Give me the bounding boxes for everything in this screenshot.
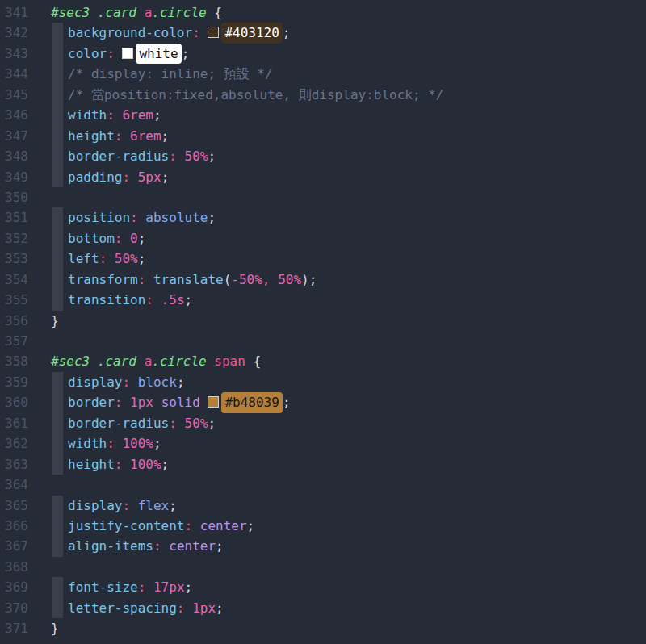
line-number[interactable]: 343 — [0, 44, 28, 64]
code-content[interactable] — [51, 331, 646, 351]
code-content[interactable]: width: 100%; — [51, 433, 646, 454]
code-content[interactable]: align-items: center; — [51, 536, 646, 556]
line-number[interactable]: 351 — [0, 207, 28, 228]
line-number[interactable]: 353 — [0, 249, 28, 269]
code-line[interactable]: 364 — [0, 475, 646, 495]
code-content[interactable]: height: 6rem; — [51, 126, 646, 146]
code-line[interactable]: 362width: 100%; — [0, 433, 646, 454]
line-number[interactable]: 364 — [0, 475, 28, 495]
code-line[interactable]: 350 — [0, 187, 646, 207]
code-line[interactable]: 352bottom: 0; — [0, 228, 646, 249]
code-content[interactable]: width: 6rem; — [51, 105, 646, 125]
line-number[interactable]: 358 — [0, 351, 28, 371]
code-line[interactable]: 365display: flex; — [0, 496, 646, 516]
code-content[interactable]: #sec3 .card a.circle { — [51, 2, 646, 23]
code-line[interactable]: 346width: 6rem; — [0, 105, 646, 125]
code-line[interactable]: 363height: 100%; — [0, 454, 646, 475]
code-content[interactable]: transition: .5s; — [51, 290, 646, 310]
code-line[interactable]: 357 — [0, 331, 646, 351]
line-number[interactable]: 368 — [0, 557, 28, 577]
line-number[interactable]: 344 — [0, 64, 28, 84]
code-line[interactable]: 361border-radius: 50%; — [0, 413, 646, 433]
code-line[interactable]: 351position: absolute; — [0, 207, 646, 228]
code-line[interactable]: 354transform: translate(-50%, 50%); — [0, 270, 646, 290]
code-content[interactable]: border: 1px solid #b48039; — [51, 392, 646, 412]
line-number[interactable]: 365 — [0, 496, 28, 516]
code-line[interactable]: 344/* display: inline; 預設 */ — [0, 64, 646, 84]
code-line[interactable]: 341#sec3 .card a.circle { — [0, 2, 646, 23]
code-content[interactable]: color: white; — [51, 44, 646, 64]
line-number[interactable]: 352 — [0, 228, 28, 249]
color-swatch[interactable] — [122, 48, 133, 59]
line-number[interactable]: 371 — [0, 618, 28, 638]
code-content[interactable]: display: block; — [51, 372, 646, 392]
code-content[interactable]: border-radius: 50%; — [51, 146, 646, 166]
code-content[interactable]: display: flex; — [51, 496, 646, 516]
line-number[interactable]: 345 — [0, 85, 28, 105]
code-content[interactable]: #sec3 .card a.circle span { — [51, 351, 646, 371]
code-line[interactable]: 360border: 1px solid #b48039; — [0, 392, 646, 412]
line-number[interactable]: 349 — [0, 167, 28, 187]
code-content[interactable]: left: 50%; — [51, 249, 646, 269]
code-content[interactable] — [51, 557, 646, 577]
code-content[interactable]: } — [51, 311, 646, 331]
code-content[interactable]: letter-spacing: 1px; — [51, 598, 646, 618]
code-content[interactable]: padding: 5px; — [51, 167, 646, 187]
code-line[interactable]: 343color: white; — [0, 44, 646, 64]
code-line[interactable]: 356} — [0, 311, 646, 331]
color-swatch[interactable] — [208, 27, 219, 38]
color-swatch[interactable] — [208, 396, 219, 408]
code-content[interactable]: } — [51, 618, 646, 638]
code-line[interactable]: 355transition: .5s; — [0, 290, 646, 310]
code-content[interactable]: font-size: 17px; — [51, 577, 646, 597]
code-content[interactable]: /* display: inline; 預設 */ — [51, 64, 646, 84]
code-content[interactable]: position: absolute; — [51, 207, 646, 228]
code-line[interactable]: 366justify-content: center; — [0, 516, 646, 536]
code-line[interactable]: 371} — [0, 618, 646, 638]
line-number[interactable]: 355 — [0, 290, 28, 310]
code-token: 50% — [185, 148, 208, 164]
code-content[interactable]: /* 當position:fixed,absolute, 則display:bl… — [51, 85, 646, 105]
line-number[interactable]: 369 — [0, 577, 28, 597]
code-content[interactable] — [51, 475, 646, 495]
line-number[interactable]: 347 — [0, 126, 28, 146]
line-number[interactable]: 367 — [0, 536, 28, 556]
code-line[interactable]: 358#sec3 .card a.circle span { — [0, 351, 646, 371]
code-line[interactable]: 359display: block; — [0, 372, 646, 392]
code-content[interactable]: border-radius: 50%; — [51, 413, 646, 433]
code-line[interactable]: 369font-size: 17px; — [0, 577, 646, 597]
line-number[interactable]: 359 — [0, 372, 28, 392]
line-number[interactable]: 341 — [0, 2, 28, 23]
line-number[interactable]: 362 — [0, 433, 28, 454]
line-number[interactable]: 348 — [0, 146, 28, 166]
code-line[interactable]: 347height: 6rem; — [0, 126, 646, 146]
line-number[interactable]: 356 — [0, 311, 28, 331]
code-content[interactable]: justify-content: center; — [51, 516, 646, 536]
line-number[interactable]: 370 — [0, 598, 28, 618]
code-line[interactable]: 370letter-spacing: 1px; — [0, 598, 646, 618]
line-number[interactable]: 361 — [0, 413, 28, 433]
line-number[interactable]: 354 — [0, 270, 28, 290]
code-line[interactable]: 349padding: 5px; — [0, 167, 646, 187]
code-line[interactable]: 348border-radius: 50%; — [0, 146, 646, 166]
line-number[interactable]: 350 — [0, 187, 28, 207]
code-line[interactable]: 367align-items: center; — [0, 536, 646, 556]
code-token: #sec3 — [51, 353, 90, 369]
code-token — [185, 600, 193, 616]
code-line[interactable]: 353left: 50%; — [0, 249, 646, 269]
line-number[interactable]: 357 — [0, 331, 28, 351]
code-token: 50% — [185, 416, 208, 431]
code-content[interactable] — [51, 187, 646, 207]
code-line[interactable]: 342background-color: #403120; — [0, 23, 646, 43]
line-number[interactable]: 342 — [0, 23, 28, 43]
line-number[interactable]: 346 — [0, 105, 28, 125]
line-number[interactable]: 363 — [0, 454, 28, 475]
line-number[interactable]: 360 — [0, 392, 28, 412]
code-content[interactable]: height: 100%; — [51, 454, 646, 475]
code-content[interactable]: background-color: #403120; — [51, 23, 646, 43]
code-content[interactable]: transform: translate(-50%, 50%); — [51, 270, 646, 290]
code-content[interactable]: bottom: 0; — [51, 228, 646, 249]
line-number[interactable]: 366 — [0, 516, 28, 536]
code-line[interactable]: 345/* 當position:fixed,absolute, 則display… — [0, 85, 646, 105]
code-line[interactable]: 368 — [0, 557, 646, 577]
